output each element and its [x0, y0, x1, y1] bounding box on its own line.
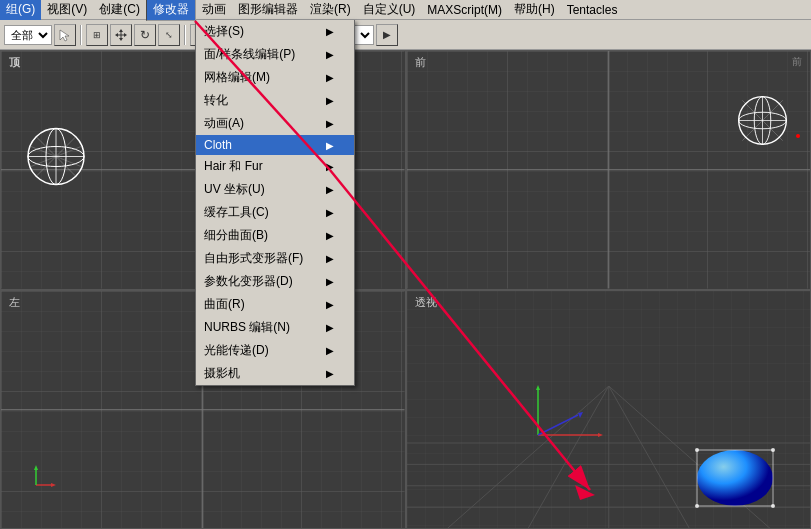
svg-point-52: [695, 448, 699, 452]
submenu-arrow-camera: ▶: [326, 368, 334, 379]
menu-item-nurbs[interactable]: NURBS 编辑(N) ▶: [196, 316, 354, 339]
viewport-front[interactable]: 前 前: [406, 50, 812, 290]
toolbar-sep-1: [80, 25, 82, 45]
menu-maxscript[interactable]: MAXScript(M): [421, 1, 508, 19]
sphere-wire-svg-2: [735, 93, 790, 148]
submenu-arrow-cloth: ▶: [326, 140, 334, 151]
menu-animation[interactable]: 动画: [196, 0, 232, 20]
submenu-arrow-uv-coord: ▶: [326, 184, 334, 195]
menu-modifier[interactable]: 修改器: [146, 0, 196, 21]
svg-marker-48: [536, 385, 540, 390]
submenu-arrow-param-deform: ▶: [326, 276, 334, 287]
submenu-arrow-mesh-edit: ▶: [326, 72, 334, 83]
menu-item-animation[interactable]: 动画(A) ▶: [196, 112, 354, 135]
svg-marker-49: [578, 412, 583, 418]
submenu-arrow-surface: ▶: [326, 299, 334, 310]
viewport-corner-label: 前: [792, 55, 802, 69]
extra-btn-2[interactable]: ▶: [376, 24, 398, 46]
cursor-icon: [58, 28, 72, 42]
sphere-perspective-svg: [690, 438, 780, 508]
svg-marker-32: [34, 465, 38, 470]
menu-create[interactable]: 创建(C): [93, 0, 146, 20]
modifier-dropdown: 选择(S) ▶ 面/样条线编辑(P) ▶ 网格编辑(M) ▶ 转化 ▶ 动画(A…: [195, 20, 355, 386]
submenu-arrow-face-spline: ▶: [326, 49, 334, 60]
select-tool-btn[interactable]: [54, 24, 76, 46]
submenu-arrow-animation: ▶: [326, 118, 334, 129]
viewport-top-label: 顶: [9, 55, 20, 70]
menu-view[interactable]: 视图(V): [41, 0, 93, 20]
svg-point-50: [697, 450, 773, 506]
menu-group[interactable]: 组(G): [0, 0, 41, 20]
submenu-arrow-cache: ▶: [326, 207, 334, 218]
menu-item-param-deform[interactable]: 参数化变形器(D) ▶: [196, 270, 354, 293]
submenu-arrow-nurbs: ▶: [326, 322, 334, 333]
menu-item-select[interactable]: 选择(S) ▶: [196, 20, 354, 43]
submenu-arrow-ffd: ▶: [326, 253, 334, 264]
selection-filter-select[interactable]: 全部: [4, 25, 52, 45]
axis-svg: [16, 465, 56, 505]
menu-item-face-spline[interactable]: 面/样条线编辑(P) ▶: [196, 43, 354, 66]
menu-item-radiosity[interactable]: 光能传递(D) ▶: [196, 339, 354, 362]
menu-item-camera[interactable]: 摄影机 ▶: [196, 362, 354, 385]
menu-item-surface[interactable]: 曲面(R) ▶: [196, 293, 354, 316]
move-btn[interactable]: [110, 24, 132, 46]
svg-marker-30: [51, 483, 56, 487]
snap-btn[interactable]: ⊞: [86, 24, 108, 46]
axis-indicator-left: [16, 465, 56, 508]
menu-item-cache[interactable]: 缓存工具(C) ▶: [196, 201, 354, 224]
scale-btn[interactable]: ⤡: [158, 24, 180, 46]
menu-item-cloth[interactable]: Cloth ▶: [196, 135, 354, 155]
menu-render[interactable]: 渲染(R): [304, 0, 357, 20]
submenu-arrow-radiosity: ▶: [326, 345, 334, 356]
submenu-arrow-convert: ▶: [326, 95, 334, 106]
menu-item-subdiv[interactable]: 细分曲面(B) ▶: [196, 224, 354, 247]
svg-line-46: [538, 415, 578, 435]
viewport-container: 顶: [0, 50, 811, 529]
menu-item-convert[interactable]: 转化 ▶: [196, 89, 354, 112]
svg-marker-47: [598, 433, 603, 437]
menu-item-uv-coord[interactable]: UV 坐标(U) ▶: [196, 178, 354, 201]
perspective-axes: [528, 385, 608, 445]
menu-item-hair-fur[interactable]: Hair 和 Fur ▶: [196, 155, 354, 178]
viewport-perspective-label: 透视: [415, 295, 437, 310]
menu-item-mesh-edit[interactable]: 网格编辑(M) ▶: [196, 66, 354, 89]
menu-item-ffd[interactable]: 自由形式变形器(F) ▶: [196, 247, 354, 270]
sphere-wire-svg: [26, 126, 86, 186]
viewport-left-label: 左: [9, 295, 20, 310]
menu-custom[interactable]: 自定义(U): [357, 0, 422, 20]
viewport-perspective[interactable]: 透视: [406, 290, 812, 530]
sphere-wire-topleft: [26, 126, 86, 189]
sphere-wire-topright: [735, 93, 790, 151]
toolbar: 全部 ⊞ ↻ ⤡ 3 % ⊕ ABC 创建选择集 ▶: [0, 20, 811, 50]
svg-point-54: [695, 504, 699, 508]
grid-front: [407, 51, 811, 289]
submenu-arrow-subdiv: ▶: [326, 230, 334, 241]
menu-graph-editor[interactable]: 图形编辑器: [232, 0, 304, 20]
viewport-front-label: 前: [415, 55, 426, 70]
rotate-btn[interactable]: ↻: [134, 24, 156, 46]
svg-point-53: [771, 448, 775, 452]
sphere-perspective: [690, 438, 780, 508]
move-icon: [114, 28, 128, 42]
toolbar-sep-2: [184, 25, 186, 45]
svg-marker-0: [60, 30, 69, 41]
menubar: 组(G) 视图(V) 创建(C) 修改器 动画 图形编辑器 渲染(R) 自定义(…: [0, 0, 811, 20]
svg-point-55: [771, 504, 775, 508]
menu-help[interactable]: 帮助(H): [508, 0, 561, 20]
submenu-arrow-hair-fur: ▶: [326, 161, 334, 172]
submenu-arrow-select: ▶: [326, 26, 334, 37]
menu-tentacles[interactable]: Tentacles: [561, 1, 624, 19]
